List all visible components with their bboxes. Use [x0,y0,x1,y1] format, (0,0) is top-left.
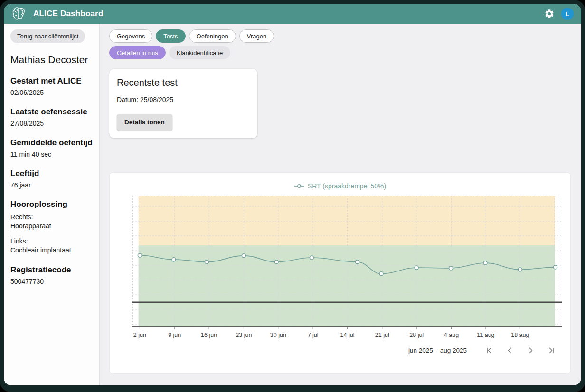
svg-text:23 jun: 23 jun [236,332,252,338]
recent-test-date: Datum: 25/08/2025 [117,96,250,103]
svg-text:16 jun: 16 jun [201,332,217,338]
recent-test-card: Recentste test Datum: 25/08/2025 Details… [109,69,257,138]
registration-label: Registratiecode [10,265,93,275]
app-title: ALICE Dashboard [33,9,104,19]
svg-text:11 aug: 11 aug [477,332,494,338]
gear-icon [544,9,555,19]
chart-legend: SRT (spraakdrempel 50%) [110,182,570,190]
srt-chart-svg: 2 jun9 jun16 jun23 jun30 jun7 jul14 jul2… [132,196,562,343]
stat-avg-time: Gemiddelde oefentijd 11 min 40 sec [10,138,93,159]
srt-chart-card: SRT (spraakdrempel 50%) 2 jun9 jun16 jun… [109,172,571,374]
svg-text:14 jul: 14 jul [340,332,355,338]
window-frame: ALICE Dashboard L Terug naar cliëntenlij… [0,0,585,392]
hearing-section: Hooroplossing Rechts: Hoorapparaat Links… [10,199,93,255]
back-to-clientlist-button[interactable]: Terug naar cliëntenlijst [10,29,85,43]
spacer [10,231,93,237]
srt-plot-area: 2 jun9 jun16 jun23 jun30 jun7 jul14 jul2… [132,196,562,343]
registration-section: Registratiecode 500477730 [10,265,93,286]
svg-text:7 jul: 7 jul [308,332,319,338]
settings-button[interactable] [543,8,556,20]
next-page-button[interactable] [527,346,534,354]
tab-tests[interactable]: Tests [156,29,185,43]
registration-value: 500477730 [10,277,93,286]
hearing-label: Hooroplossing [10,199,93,210]
stat-label: Leeftijd [10,168,93,179]
chevron-right-icon [527,347,534,354]
legend-line-marker-icon [294,183,304,189]
show-details-button[interactable]: Details tonen [117,114,172,131]
stat-label: Gemiddelde oefentijd [10,138,93,148]
subtab-getallen-in-ruis[interactable]: Getallen in ruis [109,46,166,59]
last-page-button[interactable] [547,346,555,354]
subtab-klankidentificatie[interactable]: Klankidentificatie [169,46,231,59]
stat-age: Leeftijd 76 jaar [10,168,93,189]
first-page-icon [485,347,492,354]
client-name: Mathias Decoster [10,54,93,66]
hearing-right-value: Hoorapparaat [10,222,93,231]
header-bar: ALICE Dashboard L [4,4,581,24]
subtab-bar: Getallen in ruis Klankidentificatie [109,46,572,59]
recent-test-title: Recentste test [117,77,250,88]
hearing-left-label: Links: [10,237,93,246]
tab-oefeningen[interactable]: Oefeningen [189,29,236,43]
hearing-left-value: Cochleair implantaat [10,246,93,255]
sidebar: Terug naar cliëntenlijst Mathias Decoste… [4,24,100,385]
last-page-icon [548,347,555,354]
tab-vragen[interactable]: Vragen [239,29,274,43]
svg-text:30 jun: 30 jun [270,332,286,338]
brain-ear-logo-icon [10,6,28,22]
svg-text:21 jul: 21 jul [375,332,389,338]
svg-text:9 jun: 9 jun [168,332,181,338]
chevron-left-icon [506,347,513,354]
first-page-button[interactable] [485,346,492,354]
stat-label: Gestart met ALICE [10,76,93,86]
prev-page-button[interactable] [506,346,513,354]
stat-value: 02/06/2025 [10,88,93,97]
stat-value: 76 jaar [10,181,93,189]
svg-text:18 aug: 18 aug [511,332,529,338]
chart-footer: jun 2025 – aug 2025 [110,346,570,354]
stat-started: Gestart met ALICE 02/06/2025 [10,76,93,97]
stat-label: Laatste oefensessie [10,107,93,117]
svg-text:28 jul: 28 jul [409,332,424,338]
app-body: Terug naar cliëntenlijst Mathias Decoste… [4,24,581,385]
tab-bar: Gegevens Tests Oefeningen Vragen [109,29,572,43]
main-content: Gegevens Tests Oefeningen Vragen Getalle… [100,24,581,385]
hearing-right-label: Rechts: [10,213,93,222]
stat-value: 27/08/2025 [10,119,93,128]
app-window: ALICE Dashboard L Terug naar cliëntenlij… [4,4,581,385]
tab-gegevens[interactable]: Gegevens [109,29,152,43]
svg-text:4 aug: 4 aug [444,332,459,338]
svg-text:2 jun: 2 jun [133,332,146,338]
date-range-label: jun 2025 – aug 2025 [408,347,467,354]
legend-label: SRT (spraakdrempel 50%) [308,182,386,190]
stat-last-session: Laatste oefensessie 27/08/2025 [10,107,93,128]
stat-value: 11 min 40 sec [10,150,93,159]
user-avatar[interactable]: L [561,8,574,20]
